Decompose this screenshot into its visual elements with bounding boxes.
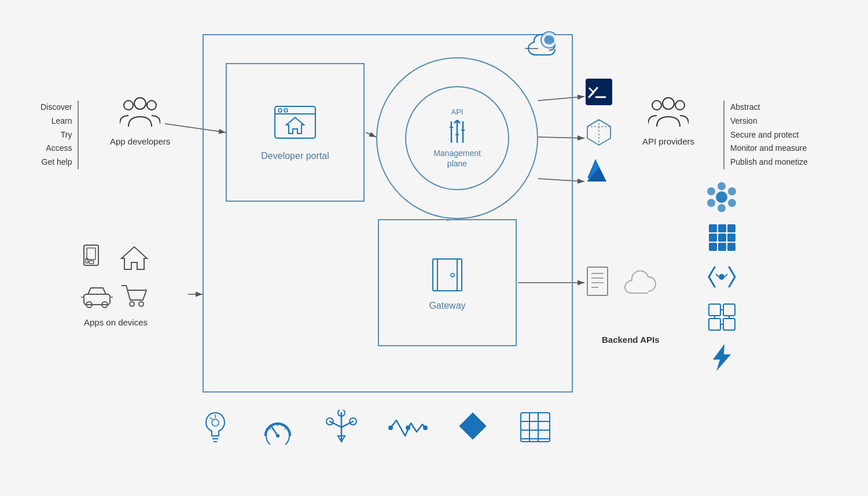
svg-rect-57 [727, 234, 735, 242]
gateway-caption: Gateway [429, 301, 465, 311]
svg-point-26 [278, 109, 282, 112]
svg-rect-64 [709, 304, 720, 316]
label-monitor: Monitor and measure [730, 142, 808, 156]
svg-rect-66 [709, 319, 720, 330]
svg-rect-17 [84, 294, 110, 305]
svg-line-81 [210, 417, 212, 420]
lightning-icon [706, 341, 738, 373]
svg-point-50 [707, 199, 715, 207]
tablet-icon [81, 242, 113, 274]
developer-portal-caption: Developer portal [261, 151, 329, 161]
svg-point-38 [451, 273, 454, 277]
svg-point-85 [276, 434, 279, 438]
svg-point-47 [718, 204, 726, 212]
gateway-box: Gateway [378, 219, 517, 346]
gateway-icon [427, 254, 468, 295]
apps-on-devices-caption: Apps on devices [81, 317, 150, 327]
label-secure: Secure and protect [730, 128, 808, 142]
device-icons [81, 242, 150, 312]
action-access: Access [41, 142, 72, 156]
lightbulb-icon [200, 410, 231, 445]
cart-icon [119, 280, 150, 312]
svg-rect-53 [718, 224, 726, 232]
svg-point-61 [719, 274, 724, 280]
svg-point-95 [423, 425, 428, 430]
svg-line-88 [285, 428, 286, 430]
api-provider-icons-group [584, 77, 613, 185]
svg-rect-56 [718, 234, 726, 242]
left-actions-panel: Discover Learn Try Access Get help [41, 101, 79, 169]
svg-rect-54 [727, 224, 735, 232]
svg-rect-67 [723, 319, 735, 330]
diamond-icon [457, 410, 489, 445]
developer-portal-icon [272, 103, 318, 144]
app-developers-group: App developers [110, 95, 170, 146]
api-management-circle-outer: API Managementplane [376, 57, 538, 219]
cluster-icon [706, 221, 738, 253]
svg-rect-55 [709, 234, 717, 242]
svg-rect-60 [727, 243, 735, 251]
svg-point-43 [652, 101, 661, 110]
app-developers-icon [110, 95, 170, 132]
traffic-manager-icon [324, 410, 359, 445]
backend-apis-group [584, 265, 657, 297]
package-icon [584, 117, 613, 146]
svg-rect-24 [275, 106, 315, 138]
right-icons-col [706, 182, 738, 373]
cloud-backend-icon [616, 265, 657, 297]
kubernetes-icon [706, 182, 738, 213]
svg-point-11 [124, 101, 133, 110]
speedometer-icon [260, 410, 295, 445]
svg-rect-52 [709, 224, 717, 232]
logic-apps-icon [388, 412, 428, 443]
powershell-icon [584, 77, 613, 106]
svg-point-94 [406, 425, 410, 430]
svg-point-45 [716, 191, 727, 203]
api-brackets-icon [706, 261, 738, 293]
svg-point-48 [707, 187, 715, 195]
api-management-label: Managementplane [433, 148, 481, 169]
table-icon [518, 410, 553, 445]
label-version: Version [730, 114, 808, 128]
svg-point-46 [718, 182, 726, 190]
action-try: Try [41, 128, 72, 142]
azure-icon [584, 156, 613, 185]
svg-rect-72 [587, 267, 608, 295]
svg-point-93 [388, 425, 393, 430]
action-learn: Learn [41, 114, 72, 128]
svg-point-82 [212, 419, 219, 426]
svg-point-22 [130, 302, 134, 306]
network-icon [706, 301, 738, 333]
svg-rect-14 [87, 248, 95, 260]
action-discover: Discover [41, 101, 72, 114]
api-management-circle-inner: API Managementplane [405, 86, 509, 190]
bottom-icons-row [200, 410, 553, 445]
backend-apis-caption: Backend APIs [602, 335, 660, 345]
svg-rect-16 [89, 261, 94, 264]
svg-point-51 [728, 199, 736, 207]
api-providers-icon [648, 95, 689, 129]
svg-rect-58 [709, 243, 717, 251]
label-abstract: Abstract [730, 101, 808, 114]
cloud-top-right-icon [524, 28, 556, 60]
svg-rect-65 [723, 304, 735, 316]
action-get-help: Get help [41, 156, 72, 169]
apps-on-devices-group: Apps on devices [81, 242, 150, 327]
svg-line-87 [270, 428, 271, 430]
right-labels-panel: Abstract Version Secure and protect Moni… [723, 101, 808, 169]
svg-point-10 [134, 98, 146, 109]
svg-point-42 [663, 98, 674, 109]
house-icon [119, 242, 150, 274]
svg-rect-40 [586, 79, 612, 105]
svg-point-23 [139, 302, 144, 306]
svg-point-27 [284, 109, 288, 112]
svg-point-49 [728, 187, 736, 195]
svg-line-63 [724, 274, 727, 277]
document-icon [584, 265, 610, 297]
svg-rect-96 [521, 413, 550, 442]
svg-point-44 [675, 101, 685, 110]
management-tools-icon [443, 119, 472, 145]
svg-rect-59 [718, 243, 726, 251]
label-publish: Publish and monetize [730, 156, 808, 169]
svg-point-12 [147, 101, 156, 110]
